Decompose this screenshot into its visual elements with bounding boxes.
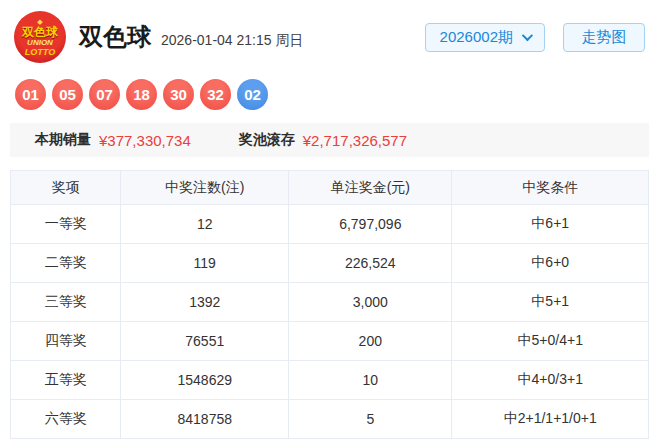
prize-amount-cell: 5: [289, 400, 452, 439]
stats-bar: 本期销量 ¥377,330,734 奖池滚存 ¥2,717,326,577: [10, 123, 649, 157]
pool-value: ¥2,717,326,577: [303, 132, 407, 149]
win-condition-cell: 中4+0/3+1: [452, 361, 649, 400]
pool-stat: 奖池滚存 ¥2,717,326,577: [239, 131, 407, 149]
prize-amount-cell: 3,000: [289, 283, 452, 322]
logo-text-union: UNION: [27, 39, 53, 47]
win-condition-cell: 中2+1/1+1/0+1: [452, 400, 649, 439]
win-condition-cell: 中5+1: [452, 283, 649, 322]
draw-datetime: 2026-01-04 21:15 周日: [161, 24, 303, 50]
header-win-condition: 中奖条件: [452, 171, 649, 205]
table-row: 一等奖 12 6,797,096 中6+1: [11, 205, 649, 244]
logo-text-lotto: LOTTO: [25, 48, 55, 57]
prize-tier-cell: 六等奖: [11, 400, 121, 439]
prize-amount-cell: 200: [289, 322, 452, 361]
sales-stat: 本期销量 ¥377,330,734: [35, 131, 191, 149]
logo-diamond-icon: ◆: [37, 18, 42, 25]
issue-select-label: 2026002期: [440, 28, 513, 47]
table-row: 六等奖 8418758 5 中2+1/1+1/0+1: [11, 400, 649, 439]
header-actions: 2026002期 走势图: [425, 23, 645, 52]
prize-amount-cell: 10: [289, 361, 452, 400]
table-row: 二等奖 119 226,524 中6+0: [11, 244, 649, 283]
logo-text: 双色球: [22, 26, 58, 38]
red-ball: 01: [15, 79, 46, 110]
win-condition-cell: 中5+0/4+1: [452, 322, 649, 361]
page-title: 双色球: [79, 21, 151, 53]
blue-ball: 02: [237, 79, 268, 110]
red-ball: 30: [163, 79, 194, 110]
sales-value: ¥377,330,734: [99, 132, 191, 149]
header-prize-tier: 奖项: [11, 171, 121, 205]
prize-amount-cell: 6,797,096: [289, 205, 452, 244]
win-count-cell: 1548629: [121, 361, 289, 400]
prize-tier-cell: 三等奖: [11, 283, 121, 322]
table-row: 四等奖 76551 200 中5+0/4+1: [11, 322, 649, 361]
prize-tier-cell: 一等奖: [11, 205, 121, 244]
table-row: 五等奖 1548629 10 中4+0/3+1: [11, 361, 649, 400]
red-ball: 05: [52, 79, 83, 110]
table-row: 三等奖 1392 3,000 中5+1: [11, 283, 649, 322]
win-count-cell: 12: [121, 205, 289, 244]
win-count-cell: 76551: [121, 322, 289, 361]
red-ball: 07: [89, 79, 120, 110]
red-ball: 32: [200, 79, 231, 110]
red-ball: 18: [126, 79, 157, 110]
pool-label: 奖池滚存: [239, 131, 295, 149]
win-count-cell: 8418758: [121, 400, 289, 439]
header-win-count: 中奖注数(注): [121, 171, 289, 205]
win-condition-cell: 中6+0: [452, 244, 649, 283]
chevron-down-icon: [522, 30, 533, 41]
header: ◆ 双色球 UNION LOTTO 双色球 2026-01-04 21:15 周…: [0, 0, 659, 64]
prize-tier-cell: 五等奖: [11, 361, 121, 400]
win-count-cell: 119: [121, 244, 289, 283]
prize-table: 奖项 中奖注数(注) 单注奖金(元) 中奖条件 一等奖 12 6,797,096…: [10, 170, 649, 439]
prize-tier-cell: 二等奖: [11, 244, 121, 283]
trend-chart-button[interactable]: 走势图: [563, 23, 645, 52]
win-condition-cell: 中6+1: [452, 205, 649, 244]
union-lotto-logo-icon: ◆ 双色球 UNION LOTTO: [14, 11, 66, 63]
table-header-row: 奖项 中奖注数(注) 单注奖金(元) 中奖条件: [11, 171, 649, 205]
winning-numbers: 01 05 07 18 30 32 02: [15, 79, 659, 110]
prize-tier-cell: 四等奖: [11, 322, 121, 361]
header-prize-amount: 单注奖金(元): [289, 171, 452, 205]
win-count-cell: 1392: [121, 283, 289, 322]
sales-label: 本期销量: [35, 131, 91, 149]
prize-amount-cell: 226,524: [289, 244, 452, 283]
issue-select-dropdown[interactable]: 2026002期: [425, 23, 545, 52]
